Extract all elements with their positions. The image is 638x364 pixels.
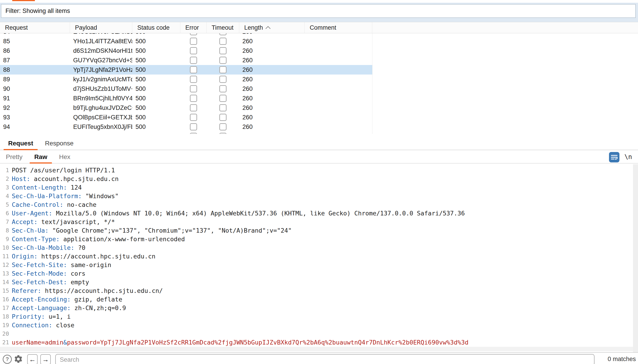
- error-checkbox[interactable]: [190, 76, 197, 83]
- timeout-checkbox[interactable]: [219, 76, 226, 83]
- line-number: 19: [0, 321, 9, 330]
- line-number: 15: [0, 286, 9, 295]
- tab-response[interactable]: Response: [39, 137, 79, 150]
- line-content: Connection: close: [12, 321, 74, 330]
- timeout-checkbox[interactable]: [219, 38, 226, 45]
- results-table-body[interactable]: 84E4oGuzNVoFUZAhSumW...50026085YHo1JL4lT…: [0, 33, 372, 134]
- timeout-checkbox[interactable]: [219, 66, 226, 74]
- editor-line: 6User-Agent: Mozilla/5.0 (Windows NT 10.…: [0, 209, 633, 218]
- timeout-checkbox[interactable]: [219, 85, 226, 92]
- editor-line: 3Content-Length: 124: [0, 183, 633, 192]
- table-row[interactable]: 94EUFITeug5xbnX0Jj/FbcB0TS...500260: [0, 122, 372, 132]
- status_code-cell: 500: [132, 94, 180, 103]
- error-cell: [180, 56, 206, 65]
- request-cell: 86: [0, 46, 70, 56]
- timeout-cell: [206, 122, 239, 132]
- error-checkbox[interactable]: [190, 95, 197, 102]
- error-checkbox[interactable]: [190, 66, 197, 74]
- editor-line: 7Accept: text/javascript, */*: [0, 218, 633, 226]
- table-row[interactable]: 93QOlBpsCEiil+GETXJbJFA1s...500260: [0, 112, 372, 122]
- request-cell: 84: [0, 33, 70, 36]
- table-row[interactable]: 89kyJ1/v2gnimAxUcMTqun34...500260: [0, 74, 372, 84]
- match-count-label: 0 matches: [608, 356, 636, 363]
- table-row[interactable]: 87GU7YVqG27bncVd+SI99rT/...500260: [0, 56, 372, 65]
- error-checkbox[interactable]: [190, 38, 197, 45]
- filter-label: Filter: Showing all items: [6, 8, 70, 14]
- line-content: Sec-Ch-Ua-Platform: "Windows": [12, 192, 118, 200]
- editor-line: 18Priority: u=1, i: [0, 312, 633, 321]
- table-row[interactable]: 84E4oGuzNVoFUZAhSumW...500260: [0, 33, 372, 36]
- column-header-length[interactable]: Length: [239, 22, 305, 33]
- timeout-checkbox[interactable]: [219, 57, 226, 64]
- length-cell: 260: [239, 33, 305, 36]
- status_code-cell: 500: [132, 65, 180, 74]
- active-tab-indicator-fragment: [12, 0, 35, 1]
- request-cell: 95: [0, 132, 70, 134]
- column-header-timeout[interactable]: Timeout: [206, 22, 239, 33]
- request-editor[interactable]: 1POST /as/user/login HTTP/1.12Host: acco…: [0, 164, 633, 352]
- error-checkbox[interactable]: [190, 104, 197, 112]
- previous-match-button[interactable]: ←: [27, 354, 38, 364]
- payload-cell: YHo1JL4lTTZAa8tEVaaZlzEU...: [70, 36, 132, 46]
- tab-raw[interactable]: Raw: [28, 151, 53, 163]
- line-number: 9: [0, 235, 9, 244]
- comment-cell: [305, 84, 372, 94]
- line-number: 4: [0, 192, 9, 200]
- table-row[interactable]: 86d6S12mDSKN4orHl1tUd1ut...500260: [0, 46, 372, 56]
- sort-ascending-icon: [265, 26, 270, 31]
- next-match-button[interactable]: →: [40, 354, 51, 364]
- editor-horizontal-scrollbar[interactable]: [0, 347, 633, 351]
- editor-line: 17Accept-Language: zh-CN,zh;q=0.9: [0, 304, 633, 312]
- column-header-comment[interactable]: Comment: [305, 22, 372, 33]
- status_code-cell: 500: [132, 103, 180, 112]
- table-row[interactable]: 85YHo1JL4lTTZAa8tEVaaZlzEU...500260: [0, 36, 372, 46]
- table-row[interactable]: 92b9TjLghu4uxJVDZeC++0v1...500260: [0, 103, 372, 112]
- error-checkbox[interactable]: [190, 47, 197, 54]
- search-input[interactable]: [55, 354, 594, 364]
- comment-cell: [305, 46, 372, 56]
- error-checkbox[interactable]: [190, 57, 197, 64]
- column-header-payload[interactable]: Payload: [70, 22, 132, 33]
- table-row[interactable]: 95Y3TMV35A5QJm38cG9...500260: [0, 132, 372, 134]
- timeout-checkbox[interactable]: [219, 95, 226, 102]
- timeout-checkbox[interactable]: [219, 104, 226, 112]
- error-checkbox[interactable]: [190, 114, 197, 121]
- timeout-checkbox[interactable]: [219, 123, 226, 130]
- line-number: 13: [0, 269, 9, 278]
- table-row[interactable]: 91BRn9Im5CjhlLhf0VY42thkN9...500260: [0, 94, 372, 103]
- status_code-cell: 500: [132, 74, 180, 84]
- table-row[interactable]: 90d7jSHUsZzb1UToMV+vl2ZP...500260: [0, 84, 372, 94]
- tab-hex[interactable]: Hex: [53, 151, 76, 163]
- error-cell: [180, 112, 206, 122]
- error-checkbox[interactable]: [190, 133, 197, 134]
- tab-request[interactable]: Request: [2, 137, 39, 150]
- line-content: Cache-Control: no-cache: [12, 200, 96, 209]
- timeout-checkbox[interactable]: [219, 33, 226, 35]
- timeout-checkbox[interactable]: [219, 133, 226, 134]
- help-icon[interactable]: ?: [3, 355, 12, 364]
- error-checkbox[interactable]: [190, 123, 197, 130]
- table-row[interactable]: 88YpTj7JLgNfa2P1VoHzSf2cRR...500260: [0, 65, 372, 74]
- line-content: Host: account.hpc.sjtu.edu.cn: [12, 175, 118, 183]
- timeout-checkbox[interactable]: [219, 47, 226, 54]
- error-checkbox[interactable]: [190, 33, 197, 35]
- editor-line: 5Cache-Control: no-cache: [0, 200, 633, 209]
- column-header-status-code[interactable]: Status code: [132, 22, 180, 33]
- editor-line: 13Sec-Fetch-Mode: cors: [0, 269, 633, 278]
- timeout-checkbox[interactable]: [219, 114, 226, 121]
- column-header-request[interactable]: Request: [0, 22, 70, 33]
- timeout-cell: [206, 65, 239, 74]
- comment-cell: [305, 132, 372, 134]
- gear-icon[interactable]: [14, 354, 23, 364]
- filter-bar[interactable]: Filter: Showing all items: [1, 4, 636, 18]
- editor-line: 12Sec-Fetch-Site: same-origin: [0, 261, 633, 269]
- length-cell: 260: [239, 74, 305, 84]
- editor-vertical-scrollbar[interactable]: [633, 164, 638, 352]
- newline-toggle-button[interactable]: \n: [624, 153, 632, 160]
- error-checkbox[interactable]: [190, 85, 197, 92]
- tab-pretty[interactable]: Pretty: [0, 151, 28, 163]
- editor-line: 14Sec-Fetch-Dest: empty: [0, 278, 633, 286]
- wrap-lines-icon[interactable]: [609, 152, 620, 162]
- intruder-results-window: Filter: Showing all items Request Payloa…: [0, 0, 638, 364]
- column-header-error[interactable]: Error: [180, 22, 206, 33]
